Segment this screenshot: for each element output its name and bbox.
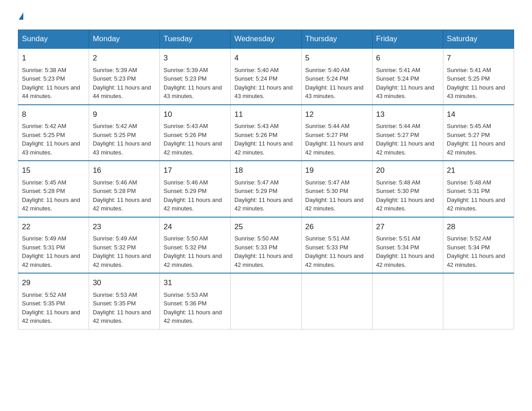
day-sunrise: Sunrise: 5:45 AMSunset: 5:28 PMDaylight:… <box>22 179 80 212</box>
day-number: 4 <box>234 52 297 64</box>
day-number: 30 <box>93 277 156 289</box>
calendar-day-cell: 12 Sunrise: 5:44 AMSunset: 5:27 PMDaylig… <box>301 105 372 161</box>
day-sunrise: Sunrise: 5:40 AMSunset: 5:24 PMDaylight:… <box>234 67 292 100</box>
day-sunrise: Sunrise: 5:43 AMSunset: 5:26 PMDaylight:… <box>163 123 222 156</box>
day-sunrise: Sunrise: 5:52 AMSunset: 5:35 PMDaylight:… <box>22 291 80 325</box>
day-number: 29 <box>22 277 85 289</box>
calendar-header: SundayMondayTuesdayWednesdayThursdayFrid… <box>18 30 514 49</box>
day-sunrise: Sunrise: 5:50 AMSunset: 5:32 PMDaylight:… <box>163 235 222 268</box>
empty-cell <box>301 273 372 329</box>
calendar-day-cell: 19 Sunrise: 5:47 AMSunset: 5:30 PMDaylig… <box>301 161 372 217</box>
day-number: 20 <box>376 165 439 176</box>
calendar-day-cell: 27 Sunrise: 5:51 AMSunset: 5:34 PMDaylig… <box>372 217 443 274</box>
weekday-header-thursday: Thursday <box>301 30 372 49</box>
calendar-day-cell: 14 Sunrise: 5:45 AMSunset: 5:27 PMDaylig… <box>443 105 514 161</box>
calendar-week-row: 8 Sunrise: 5:42 AMSunset: 5:25 PMDayligh… <box>18 105 514 161</box>
calendar-day-cell: 11 Sunrise: 5:43 AMSunset: 5:26 PMDaylig… <box>231 105 301 161</box>
day-sunrise: Sunrise: 5:48 AMSunset: 5:30 PMDaylight:… <box>376 179 434 212</box>
calendar-day-cell: 24 Sunrise: 5:50 AMSunset: 5:32 PMDaylig… <box>160 217 231 274</box>
calendar-day-cell: 18 Sunrise: 5:47 AMSunset: 5:29 PMDaylig… <box>231 161 301 217</box>
weekday-header-wednesday: Wednesday <box>231 30 301 49</box>
day-number: 9 <box>93 109 156 120</box>
day-sunrise: Sunrise: 5:42 AMSunset: 5:25 PMDaylight:… <box>22 123 80 156</box>
day-number: 13 <box>376 109 439 120</box>
calendar-day-cell: 13 Sunrise: 5:44 AMSunset: 5:27 PMDaylig… <box>372 105 443 161</box>
calendar-day-cell: 8 Sunrise: 5:42 AMSunset: 5:25 PMDayligh… <box>18 105 89 161</box>
day-number: 16 <box>93 165 156 176</box>
day-number: 21 <box>447 165 510 176</box>
day-number: 7 <box>447 52 510 64</box>
calendar-day-cell: 5 Sunrise: 5:40 AMSunset: 5:24 PMDayligh… <box>301 48 372 105</box>
calendar-day-cell: 2 Sunrise: 5:39 AMSunset: 5:23 PMDayligh… <box>89 48 160 105</box>
logo <box>18 13 23 21</box>
day-sunrise: Sunrise: 5:44 AMSunset: 5:27 PMDaylight:… <box>305 123 364 156</box>
day-number: 8 <box>22 109 85 120</box>
day-sunrise: Sunrise: 5:49 AMSunset: 5:32 PMDaylight:… <box>93 235 151 268</box>
day-number: 23 <box>93 221 156 233</box>
day-number: 15 <box>22 165 85 176</box>
day-number: 27 <box>376 221 439 233</box>
calendar-day-cell: 29 Sunrise: 5:52 AMSunset: 5:35 PMDaylig… <box>18 273 89 329</box>
day-number: 22 <box>22 221 85 233</box>
day-sunrise: Sunrise: 5:49 AMSunset: 5:31 PMDaylight:… <box>22 235 80 268</box>
day-number: 24 <box>163 221 227 233</box>
day-number: 11 <box>234 109 297 120</box>
day-number: 14 <box>447 109 510 120</box>
day-sunrise: Sunrise: 5:46 AMSunset: 5:29 PMDaylight:… <box>163 179 222 212</box>
weekday-header-saturday: Saturday <box>443 30 514 49</box>
calendar-day-cell: 9 Sunrise: 5:42 AMSunset: 5:25 PMDayligh… <box>89 105 160 161</box>
calendar-day-cell: 4 Sunrise: 5:40 AMSunset: 5:24 PMDayligh… <box>231 48 301 105</box>
day-number: 3 <box>163 52 227 64</box>
day-sunrise: Sunrise: 5:39 AMSunset: 5:23 PMDaylight:… <box>163 67 222 100</box>
day-sunrise: Sunrise: 5:51 AMSunset: 5:34 PMDaylight:… <box>376 235 434 268</box>
calendar-day-cell: 22 Sunrise: 5:49 AMSunset: 5:31 PMDaylig… <box>18 217 89 274</box>
calendar-day-cell: 23 Sunrise: 5:49 AMSunset: 5:32 PMDaylig… <box>89 217 160 274</box>
day-number: 6 <box>376 52 439 64</box>
empty-cell <box>372 273 443 329</box>
calendar-day-cell: 16 Sunrise: 5:46 AMSunset: 5:28 PMDaylig… <box>89 161 160 217</box>
calendar-table: SundayMondayTuesdayWednesdayThursdayFrid… <box>18 30 514 330</box>
day-sunrise: Sunrise: 5:47 AMSunset: 5:30 PMDaylight:… <box>305 179 364 212</box>
day-sunrise: Sunrise: 5:39 AMSunset: 5:23 PMDaylight:… <box>93 67 151 100</box>
day-sunrise: Sunrise: 5:38 AMSunset: 5:23 PMDaylight:… <box>22 67 80 100</box>
calendar-day-cell: 25 Sunrise: 5:50 AMSunset: 5:33 PMDaylig… <box>231 217 301 274</box>
weekday-header-monday: Monday <box>89 30 160 49</box>
day-number: 19 <box>305 165 369 176</box>
day-sunrise: Sunrise: 5:43 AMSunset: 5:26 PMDaylight:… <box>234 123 292 156</box>
day-sunrise: Sunrise: 5:53 AMSunset: 5:35 PMDaylight:… <box>93 291 151 325</box>
calendar-day-cell: 1 Sunrise: 5:38 AMSunset: 5:23 PMDayligh… <box>18 48 89 105</box>
day-number: 31 <box>163 277 227 289</box>
calendar-week-row: 15 Sunrise: 5:45 AMSunset: 5:28 PMDaylig… <box>18 161 514 217</box>
calendar-day-cell: 10 Sunrise: 5:43 AMSunset: 5:26 PMDaylig… <box>160 105 231 161</box>
day-sunrise: Sunrise: 5:41 AMSunset: 5:25 PMDaylight:… <box>447 67 505 100</box>
day-number: 28 <box>447 221 510 233</box>
weekday-header-row: SundayMondayTuesdayWednesdayThursdayFrid… <box>18 30 514 49</box>
day-sunrise: Sunrise: 5:48 AMSunset: 5:31 PMDaylight:… <box>447 179 505 212</box>
logo-triangle-icon <box>19 13 23 20</box>
calendar-day-cell: 6 Sunrise: 5:41 AMSunset: 5:24 PMDayligh… <box>372 48 443 105</box>
weekday-header-friday: Friday <box>372 30 443 49</box>
day-number: 17 <box>163 165 227 176</box>
day-sunrise: Sunrise: 5:50 AMSunset: 5:33 PMDaylight:… <box>234 235 292 268</box>
empty-cell <box>443 273 514 329</box>
calendar-week-row: 1 Sunrise: 5:38 AMSunset: 5:23 PMDayligh… <box>18 48 514 105</box>
calendar-day-cell: 17 Sunrise: 5:46 AMSunset: 5:29 PMDaylig… <box>160 161 231 217</box>
day-sunrise: Sunrise: 5:52 AMSunset: 5:34 PMDaylight:… <box>447 235 505 268</box>
day-number: 2 <box>93 52 156 64</box>
calendar-body: 1 Sunrise: 5:38 AMSunset: 5:23 PMDayligh… <box>18 48 514 329</box>
day-number: 5 <box>305 52 369 64</box>
day-number: 10 <box>163 109 227 120</box>
day-number: 12 <box>305 109 369 120</box>
day-sunrise: Sunrise: 5:51 AMSunset: 5:33 PMDaylight:… <box>305 235 364 268</box>
day-sunrise: Sunrise: 5:45 AMSunset: 5:27 PMDaylight:… <box>447 123 505 156</box>
calendar-day-cell: 15 Sunrise: 5:45 AMSunset: 5:28 PMDaylig… <box>18 161 89 217</box>
day-sunrise: Sunrise: 5:41 AMSunset: 5:24 PMDaylight:… <box>376 67 434 100</box>
day-sunrise: Sunrise: 5:42 AMSunset: 5:25 PMDaylight:… <box>93 123 151 156</box>
calendar-day-cell: 3 Sunrise: 5:39 AMSunset: 5:23 PMDayligh… <box>160 48 231 105</box>
calendar-week-row: 29 Sunrise: 5:52 AMSunset: 5:35 PMDaylig… <box>18 273 514 329</box>
day-number: 25 <box>234 221 297 233</box>
calendar-week-row: 22 Sunrise: 5:49 AMSunset: 5:31 PMDaylig… <box>18 217 514 274</box>
day-number: 18 <box>234 165 297 176</box>
calendar-day-cell: 26 Sunrise: 5:51 AMSunset: 5:33 PMDaylig… <box>301 217 372 274</box>
day-sunrise: Sunrise: 5:53 AMSunset: 5:36 PMDaylight:… <box>163 291 222 325</box>
